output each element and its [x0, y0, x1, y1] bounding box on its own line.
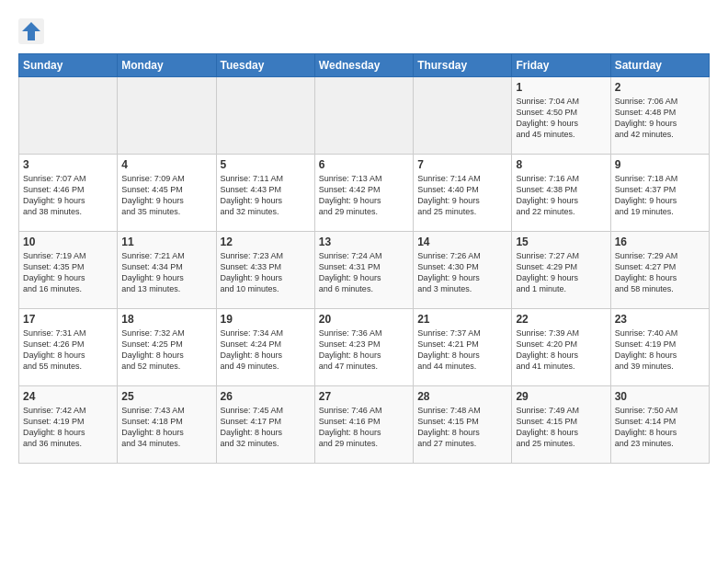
day-info: Sunrise: 7:14 AM Sunset: 4:40 PM Dayligh… — [417, 173, 507, 218]
day-number: 7 — [417, 158, 507, 171]
day-cell: 10Sunrise: 7:19 AM Sunset: 4:35 PM Dayli… — [19, 232, 118, 309]
day-info: Sunrise: 7:29 AM Sunset: 4:27 PM Dayligh… — [615, 250, 705, 295]
day-info: Sunrise: 7:48 AM Sunset: 4:15 PM Dayligh… — [417, 405, 507, 450]
day-info: Sunrise: 7:40 AM Sunset: 4:19 PM Dayligh… — [615, 327, 705, 373]
day-cell: 6Sunrise: 7:13 AM Sunset: 4:42 PM Daylig… — [314, 155, 413, 232]
week-row-0: 1Sunrise: 7:04 AM Sunset: 4:50 PM Daylig… — [19, 77, 710, 155]
day-cell: 27Sunrise: 7:46 AM Sunset: 4:16 PM Dayli… — [314, 386, 413, 464]
day-cell: 2Sunrise: 7:06 AM Sunset: 4:48 PM Daylig… — [610, 77, 709, 155]
day-info: Sunrise: 7:39 AM Sunset: 4:20 PM Dayligh… — [516, 327, 606, 373]
day-cell: 12Sunrise: 7:23 AM Sunset: 4:33 PM Dayli… — [216, 232, 314, 309]
header — [18, 18, 710, 44]
page: SundayMondayTuesdayWednesdayThursdayFrid… — [0, 0, 728, 473]
week-row-1: 3Sunrise: 7:07 AM Sunset: 4:46 PM Daylig… — [19, 155, 710, 232]
day-cell: 14Sunrise: 7:26 AM Sunset: 4:30 PM Dayli… — [414, 232, 512, 309]
day-cell: 13Sunrise: 7:24 AM Sunset: 4:31 PM Dayli… — [314, 232, 413, 309]
day-cell: 28Sunrise: 7:48 AM Sunset: 4:15 PM Dayli… — [414, 386, 512, 464]
day-cell: 25Sunrise: 7:43 AM Sunset: 4:18 PM Dayli… — [118, 386, 216, 464]
day-number: 30 — [615, 390, 705, 403]
weekday-header-row: SundayMondayTuesdayWednesdayThursdayFrid… — [19, 54, 710, 77]
day-cell: 1Sunrise: 7:04 AM Sunset: 4:50 PM Daylig… — [512, 77, 610, 155]
day-number: 29 — [516, 390, 606, 403]
day-number: 8 — [516, 158, 606, 171]
week-row-3: 17Sunrise: 7:31 AM Sunset: 4:26 PM Dayli… — [19, 309, 710, 386]
day-cell: 8Sunrise: 7:16 AM Sunset: 4:38 PM Daylig… — [512, 155, 610, 232]
week-row-2: 10Sunrise: 7:19 AM Sunset: 4:35 PM Dayli… — [19, 232, 710, 309]
logo-icon — [18, 18, 44, 44]
weekday-header-friday: Friday — [512, 54, 610, 77]
logo — [18, 18, 48, 44]
day-info: Sunrise: 7:13 AM Sunset: 4:42 PM Dayligh… — [319, 173, 409, 218]
weekday-header-thursday: Thursday — [414, 54, 512, 77]
day-cell — [19, 77, 118, 155]
day-number: 23 — [615, 313, 705, 326]
day-info: Sunrise: 7:27 AM Sunset: 4:29 PM Dayligh… — [516, 250, 606, 295]
day-cell: 29Sunrise: 7:49 AM Sunset: 4:15 PM Dayli… — [512, 386, 610, 464]
day-cell: 9Sunrise: 7:18 AM Sunset: 4:37 PM Daylig… — [610, 155, 709, 232]
day-info: Sunrise: 7:07 AM Sunset: 4:46 PM Dayligh… — [23, 173, 113, 218]
day-number: 12 — [221, 236, 311, 248]
day-cell: 4Sunrise: 7:09 AM Sunset: 4:45 PM Daylig… — [118, 155, 216, 232]
day-cell — [414, 77, 512, 155]
day-info: Sunrise: 7:34 AM Sunset: 4:24 PM Dayligh… — [221, 327, 311, 373]
day-number: 2 — [615, 81, 705, 94]
day-number: 1 — [516, 81, 606, 94]
day-number: 15 — [516, 236, 606, 248]
weekday-header-tuesday: Tuesday — [216, 54, 314, 77]
day-cell: 5Sunrise: 7:11 AM Sunset: 4:43 PM Daylig… — [216, 155, 314, 232]
day-number: 4 — [121, 158, 211, 171]
day-number: 14 — [417, 236, 507, 248]
day-number: 9 — [615, 158, 705, 171]
day-info: Sunrise: 7:19 AM Sunset: 4:35 PM Dayligh… — [23, 250, 113, 295]
day-number: 17 — [23, 313, 113, 326]
weekday-header-monday: Monday — [118, 54, 216, 77]
day-info: Sunrise: 7:18 AM Sunset: 4:37 PM Dayligh… — [615, 173, 705, 218]
day-cell — [118, 77, 216, 155]
day-info: Sunrise: 7:43 AM Sunset: 4:18 PM Dayligh… — [121, 405, 211, 450]
day-info: Sunrise: 7:36 AM Sunset: 4:23 PM Dayligh… — [319, 327, 409, 373]
day-number: 6 — [319, 158, 409, 171]
day-info: Sunrise: 7:37 AM Sunset: 4:21 PM Dayligh… — [417, 327, 507, 373]
day-number: 21 — [417, 313, 507, 326]
day-number: 5 — [221, 158, 311, 171]
day-info: Sunrise: 7:32 AM Sunset: 4:25 PM Dayligh… — [121, 327, 211, 373]
day-info: Sunrise: 7:21 AM Sunset: 4:34 PM Dayligh… — [121, 250, 211, 295]
day-number: 13 — [319, 236, 409, 248]
day-cell: 3Sunrise: 7:07 AM Sunset: 4:46 PM Daylig… — [19, 155, 118, 232]
calendar: SundayMondayTuesdayWednesdayThursdayFrid… — [18, 53, 710, 464]
day-number: 10 — [23, 236, 113, 248]
day-cell: 23Sunrise: 7:40 AM Sunset: 4:19 PM Dayli… — [610, 309, 709, 386]
day-cell: 20Sunrise: 7:36 AM Sunset: 4:23 PM Dayli… — [314, 309, 413, 386]
day-number: 20 — [319, 313, 409, 326]
day-cell: 24Sunrise: 7:42 AM Sunset: 4:19 PM Dayli… — [19, 386, 118, 464]
day-cell: 7Sunrise: 7:14 AM Sunset: 4:40 PM Daylig… — [414, 155, 512, 232]
day-cell — [314, 77, 413, 155]
day-number: 16 — [615, 236, 705, 248]
day-info: Sunrise: 7:31 AM Sunset: 4:26 PM Dayligh… — [23, 327, 113, 373]
day-number: 3 — [23, 158, 113, 171]
day-info: Sunrise: 7:42 AM Sunset: 4:19 PM Dayligh… — [23, 405, 113, 450]
day-info: Sunrise: 7:04 AM Sunset: 4:50 PM Dayligh… — [516, 96, 606, 141]
day-info: Sunrise: 7:06 AM Sunset: 4:48 PM Dayligh… — [615, 96, 705, 141]
day-info: Sunrise: 7:46 AM Sunset: 4:16 PM Dayligh… — [319, 405, 409, 450]
day-cell: 15Sunrise: 7:27 AM Sunset: 4:29 PM Dayli… — [512, 232, 610, 309]
day-cell: 21Sunrise: 7:37 AM Sunset: 4:21 PM Dayli… — [414, 309, 512, 386]
day-info: Sunrise: 7:49 AM Sunset: 4:15 PM Dayligh… — [516, 405, 606, 450]
day-number: 25 — [121, 390, 211, 403]
day-number: 24 — [23, 390, 113, 403]
day-cell: 17Sunrise: 7:31 AM Sunset: 4:26 PM Dayli… — [19, 309, 118, 386]
day-number: 22 — [516, 313, 606, 326]
day-number: 26 — [221, 390, 311, 403]
day-number: 27 — [319, 390, 409, 403]
day-cell: 30Sunrise: 7:50 AM Sunset: 4:14 PM Dayli… — [610, 386, 709, 464]
day-cell: 26Sunrise: 7:45 AM Sunset: 4:17 PM Dayli… — [216, 386, 314, 464]
day-cell: 18Sunrise: 7:32 AM Sunset: 4:25 PM Dayli… — [118, 309, 216, 386]
day-info: Sunrise: 7:26 AM Sunset: 4:30 PM Dayligh… — [417, 250, 507, 295]
day-cell: 11Sunrise: 7:21 AM Sunset: 4:34 PM Dayli… — [118, 232, 216, 309]
day-number: 18 — [121, 313, 211, 326]
day-info: Sunrise: 7:09 AM Sunset: 4:45 PM Dayligh… — [121, 173, 211, 218]
day-number: 19 — [221, 313, 311, 326]
day-number: 11 — [121, 236, 211, 248]
day-cell: 19Sunrise: 7:34 AM Sunset: 4:24 PM Dayli… — [216, 309, 314, 386]
day-info: Sunrise: 7:50 AM Sunset: 4:14 PM Dayligh… — [615, 405, 705, 450]
